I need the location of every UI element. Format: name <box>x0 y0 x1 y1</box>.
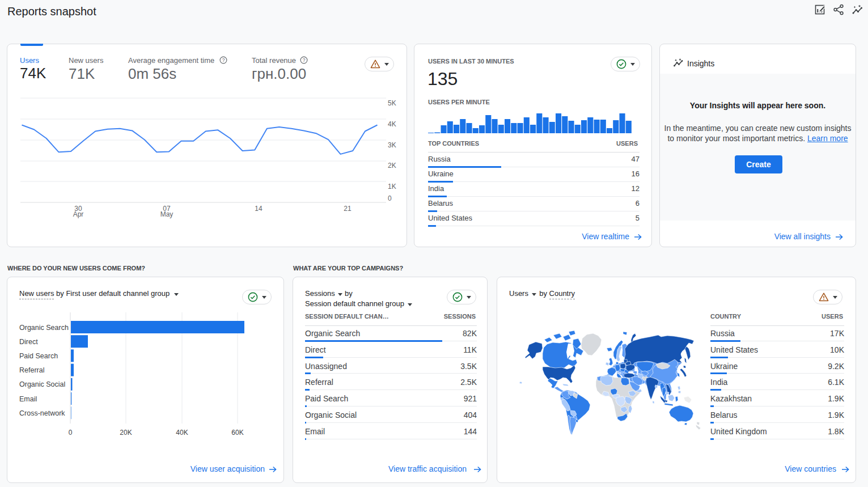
svg-text:3K: 3K <box>388 141 396 149</box>
svg-text:0: 0 <box>69 429 73 437</box>
svg-text:1K: 1K <box>388 183 396 190</box>
svg-text:Apr: Apr <box>73 210 84 218</box>
svg-text:0: 0 <box>388 194 392 202</box>
svg-text:Referral: Referral <box>19 366 44 374</box>
svg-text:14: 14 <box>255 205 262 213</box>
svg-text:Organic Search: Organic Search <box>19 324 69 332</box>
svg-text:Direct: Direct <box>19 338 38 346</box>
svg-text:21: 21 <box>344 205 352 213</box>
svg-text:5K: 5K <box>388 99 396 107</box>
svg-text:?: ? <box>303 57 306 63</box>
svg-text:40K: 40K <box>176 429 188 437</box>
svg-text:Paid Search: Paid Search <box>19 352 58 360</box>
svg-text:Email: Email <box>19 395 37 403</box>
svg-text:May: May <box>160 210 173 218</box>
svg-text:4K: 4K <box>388 120 396 128</box>
svg-text:?: ? <box>222 57 225 63</box>
svg-text:60K: 60K <box>231 429 243 437</box>
svg-text:20K: 20K <box>120 429 132 437</box>
svg-text:Cross-network: Cross-network <box>19 409 65 417</box>
svg-text:Organic Social: Organic Social <box>19 380 65 388</box>
svg-text:2K: 2K <box>388 162 396 170</box>
